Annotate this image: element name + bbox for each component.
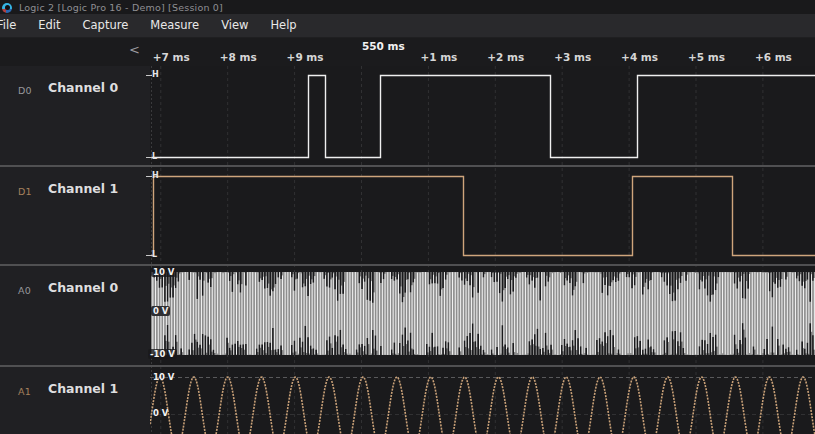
app-logo-icon (2, 3, 12, 13)
row-separator (0, 264, 815, 266)
d1-high-label: H (152, 171, 159, 180)
d1-low-label: L (152, 250, 157, 259)
row-separator (0, 165, 815, 167)
channel-row-d0[interactable]: D0 Channel 0 (0, 66, 150, 165)
a0-0v-label: 0 V (151, 306, 170, 316)
menu-file[interactable]: File (0, 14, 27, 37)
d0-low-label: L (152, 152, 157, 161)
timeline-major-label: 550 ms (362, 40, 405, 52)
channel-id-label: A0 (18, 285, 31, 296)
channel-name-label: Channel 1 (48, 181, 118, 196)
menu-view[interactable]: View (210, 14, 259, 37)
a0-neg10v-label: -10 V (148, 349, 177, 359)
waveform-viewport[interactable] (150, 66, 815, 434)
channel-id-label: D0 (18, 85, 32, 96)
channel-row-a0[interactable]: A0 Channel 0 (0, 266, 150, 365)
channel-name-label: Channel 0 (48, 80, 118, 95)
a0-10v-label: 10 V (151, 267, 176, 277)
menu-capture[interactable]: Capture (72, 14, 140, 37)
channel-sidebar: D0 Channel 0 D1 Channel 1 A0 Channel 0 A… (0, 66, 150, 434)
timeline-tick-label: +9 ms (282, 51, 328, 63)
timeline-tick-label: +4 ms (617, 51, 663, 63)
chevron-left-icon[interactable]: < (129, 43, 140, 56)
channel-name-label: Channel 1 (48, 381, 118, 396)
timeline-tick-label: +3 ms (550, 51, 596, 63)
timeline-tick-label: +2 ms (483, 51, 529, 63)
channel-id-label: A1 (18, 386, 31, 397)
channel-name-label: Channel 0 (48, 280, 118, 295)
d0-high-label: H (152, 70, 159, 79)
channel-row-a1[interactable]: A1 Channel 1 (0, 367, 150, 434)
channel-id-label: D1 (18, 186, 32, 197)
menu-measure[interactable]: Measure (139, 14, 210, 37)
timeline-tick-label: +7 ms (148, 51, 194, 63)
row-separator (0, 365, 815, 367)
title-bar: Logic 2 [Logic Pro 16 - Demo] [Session 0… (0, 0, 815, 14)
a1-10v-label: 10 V (151, 372, 176, 382)
menu-bar: File Edit Capture Measure View Help (0, 14, 815, 38)
window-title: Logic 2 [Logic Pro 16 - Demo] [Session 0… (19, 2, 223, 13)
timeline-ruler[interactable]: < 550 ms +7 ms+8 ms+9 ms+1 ms+2 ms+3 ms+… (0, 38, 815, 66)
channel-row-d1[interactable]: D1 Channel 1 (0, 167, 150, 264)
timeline-tick-label: +1 ms (416, 51, 462, 63)
menu-edit[interactable]: Edit (27, 14, 71, 37)
timeline-tick-label: +5 ms (684, 51, 730, 63)
timeline-tick-label: +8 ms (215, 51, 261, 63)
a1-0v-label: 0 V (151, 408, 170, 418)
menu-help[interactable]: Help (259, 14, 307, 37)
timeline-tick-label: +6 ms (750, 51, 796, 63)
